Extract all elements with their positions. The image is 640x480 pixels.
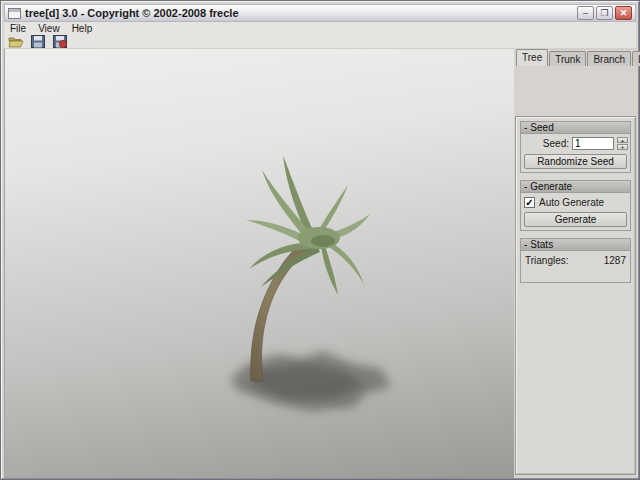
seed-input[interactable] bbox=[572, 137, 614, 150]
close-button[interactable]: ✕ bbox=[615, 6, 632, 20]
collapse-icon[interactable]: - bbox=[524, 122, 527, 133]
save-file-icon[interactable] bbox=[29, 34, 46, 48]
menu-file[interactable]: File bbox=[4, 23, 32, 34]
stats-group: -Stats Triangles: 1287 bbox=[520, 238, 631, 283]
render-viewport[interactable] bbox=[4, 49, 514, 478]
seed-group: -Seed Seed: ▲ ▼ Randomize Seed bbox=[520, 121, 631, 173]
randomize-seed-button[interactable]: Randomize Seed bbox=[524, 154, 627, 169]
title-bar: tree[d] 3.0 - Copyright © 2002-2008 frec… bbox=[4, 4, 636, 22]
generate-group-header[interactable]: -Generate bbox=[521, 181, 630, 193]
app-icon bbox=[8, 8, 21, 19]
generate-button[interactable]: Generate bbox=[524, 212, 627, 227]
menu-help[interactable]: Help bbox=[66, 23, 99, 34]
auto-generate-label: Auto Generate bbox=[539, 197, 604, 208]
seed-label: Seed: bbox=[543, 138, 569, 149]
tab-leaf[interactable]: Leaf bbox=[632, 51, 640, 66]
stats-group-header[interactable]: -Stats bbox=[521, 239, 630, 251]
tab-strip: Tree Trunk Branch Leaf bbox=[514, 49, 638, 66]
generate-header-label: Generate bbox=[530, 181, 572, 192]
stats-header-label: Stats bbox=[530, 239, 553, 250]
collapse-icon[interactable]: - bbox=[524, 239, 527, 250]
tab-branch[interactable]: Branch bbox=[587, 51, 631, 66]
generate-group: -Generate ✓ Auto Generate Generate bbox=[520, 180, 631, 231]
auto-generate-checkbox[interactable]: ✓ bbox=[524, 197, 535, 208]
collapse-icon[interactable]: - bbox=[524, 181, 527, 192]
tab-trunk[interactable]: Trunk bbox=[549, 51, 586, 66]
tab-tree[interactable]: Tree bbox=[516, 49, 548, 66]
seed-group-header[interactable]: -Seed bbox=[521, 122, 630, 134]
settings-panel: Tree Trunk Branch Leaf -Seed Seed: ▲ ▼ bbox=[514, 49, 638, 478]
palm-fronds bbox=[246, 155, 370, 295]
minimize-button[interactable]: – bbox=[577, 6, 594, 20]
menu-view[interactable]: View bbox=[32, 23, 66, 34]
window-title: tree[d] 3.0 - Copyright © 2002-2008 frec… bbox=[25, 7, 577, 19]
app-window: tree[d] 3.0 - Copyright © 2002-2008 frec… bbox=[0, 0, 640, 480]
triangles-value: 1287 bbox=[604, 255, 626, 266]
tab-page-tree: -Seed Seed: ▲ ▼ Randomize Seed -Generate bbox=[515, 116, 636, 475]
spin-down-icon[interactable]: ▼ bbox=[617, 144, 628, 150]
maximize-button[interactable]: ❐ bbox=[596, 6, 613, 20]
spin-up-icon[interactable]: ▲ bbox=[617, 137, 628, 143]
toolbar bbox=[4, 34, 636, 49]
seed-spinner: ▲ ▼ bbox=[617, 137, 628, 150]
palm-tree-render bbox=[5, 49, 515, 478]
open-file-icon[interactable] bbox=[7, 34, 24, 48]
menu-bar: File View Help bbox=[4, 22, 636, 34]
export-file-icon[interactable] bbox=[51, 34, 68, 48]
seed-header-label: Seed bbox=[530, 122, 553, 133]
triangles-label: Triangles: bbox=[525, 255, 569, 266]
